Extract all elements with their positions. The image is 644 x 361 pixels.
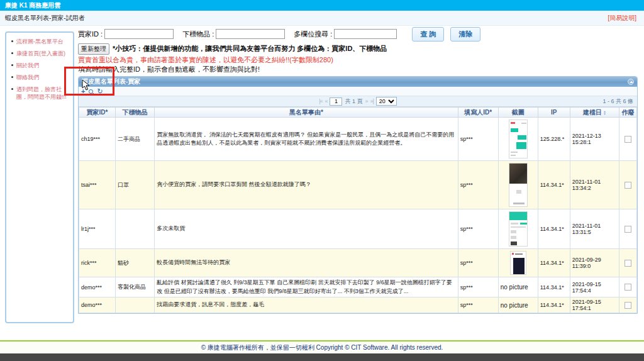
- grid-toolbar: + ↻: [79, 87, 637, 96]
- screenshot-cell: [498, 161, 538, 209]
- app-title-bar: 康捷 K1 商務應用雲: [0, 0, 644, 11]
- void-checkbox[interactable]: [625, 284, 631, 291]
- add-record-icon[interactable]: +: [81, 88, 85, 95]
- reload-grid-icon[interactable]: ↻: [97, 88, 103, 95]
- chat-screenshot-thumbnail[interactable]: [509, 119, 528, 158]
- sidebar-item-label: 遇到問題，臉書社團，問問題不用錢!!!: [16, 86, 70, 101]
- list-screenshot-thumbnail[interactable]: [509, 211, 528, 247]
- screenshot-cell: [498, 118, 538, 161]
- query-button[interactable]: 查 詢: [412, 27, 444, 42]
- sidebar-item-3[interactable]: 聯絡我們: [10, 74, 70, 81]
- buyer-id-cell: ch19***: [79, 118, 116, 161]
- bullet-icon: [11, 64, 13, 66]
- last-page-icon[interactable]: »|: [370, 98, 374, 104]
- page-size-select[interactable]: 20: [376, 97, 397, 106]
- main-content: 買家ID : 下標物品 : 多欄位搜尋 : 查 詢 清除 重新整理 *小技巧：僅…: [78, 28, 639, 314]
- ip-cell: 114.34.1*: [538, 277, 570, 297]
- grid-title: 蝦皮黑名單列表-買家: [82, 77, 140, 86]
- search-icon[interactable]: [89, 89, 93, 94]
- help-link[interactable]: [簡易說明]: [608, 14, 636, 23]
- sidebar-item-4[interactable]: 遇到問題，臉書社團，問問題不用錢!!!: [10, 86, 70, 101]
- bullet-icon: [11, 88, 13, 90]
- tip-line3: 填寫時請輸入完整ID，顯示會自動遮蔽，不影響查詢與比對!: [78, 65, 639, 74]
- writer-id-cell: sp***: [458, 297, 498, 313]
- table-row: demo***找藉由要求退貨，訊息不回，態度差，龜毛sp***no pictur…: [79, 297, 637, 313]
- void-checkbox[interactable]: [625, 302, 631, 309]
- sidebar-item-1[interactable]: 康捷首頁(登入畫面): [10, 50, 70, 57]
- void-cell: [619, 118, 636, 161]
- writer-id-cell: sp***: [458, 209, 498, 249]
- sidebar-item-0[interactable]: 流程圖-黑名單平台: [10, 38, 70, 45]
- prev-page-icon[interactable]: «: [325, 98, 327, 104]
- date-cell: 2021-11-01 13:34:2: [570, 161, 619, 209]
- tip-row: 重新整理 *小技巧：僅提供新增的功能，讓我們共同為友善平台而努力 多欄位為：買家…: [78, 44, 639, 53]
- page-number-input[interactable]: [330, 97, 342, 106]
- sidebar-item-label: 流程圖-黑名單平台: [16, 38, 64, 45]
- reason-cell: 亂給評價 材質討論溝通了很久 到9/3星期五下單 自己來圖檔印刷 當天就安排下去…: [155, 277, 458, 297]
- column-header-6[interactable]: 建檔日▲▼: [570, 108, 619, 118]
- screenshot-cell: [498, 209, 538, 249]
- reason-cell: 找藉由要求退貨，訊息不回，態度差，龜毛: [155, 297, 458, 313]
- ip-cell: 114.34.1*: [538, 249, 570, 277]
- first-page-icon[interactable]: |«: [319, 98, 322, 104]
- multi-search-label: 多欄位搜尋 :: [294, 30, 332, 39]
- column-header-2[interactable]: 黑名單事由*: [155, 108, 458, 118]
- void-cell: [619, 249, 636, 277]
- record-range-label: 1 - 6 共 6 條: [602, 97, 633, 106]
- void-checkbox[interactable]: [625, 182, 631, 189]
- column-header-3[interactable]: 填寫人ID*: [458, 108, 498, 118]
- void-checkbox[interactable]: [625, 226, 631, 233]
- ip-cell: 114.34.1*: [538, 161, 570, 209]
- void-checkbox[interactable]: [625, 260, 631, 267]
- buyer-id-cell: lr1j***: [79, 209, 116, 249]
- column-header-4[interactable]: 截圖: [498, 108, 538, 118]
- sidebar-item-label: 康捷首頁(登入畫面): [16, 50, 65, 57]
- writer-id-cell: sp***: [458, 118, 498, 161]
- multi-search-input[interactable]: [334, 29, 397, 39]
- clear-button[interactable]: 清除: [450, 27, 480, 42]
- item-cell: 客製化商品: [116, 277, 155, 297]
- pager-controls: |« « 共 1 頁 » »| 20: [79, 97, 637, 106]
- column-header-0[interactable]: 買家ID*: [79, 108, 116, 118]
- writer-id-cell: sp***: [458, 249, 498, 277]
- blacklist-grid: 蝦皮黑名單列表-買家 + ↻ |« « 共 1 頁 » »| 20 1 - 6 …: [78, 76, 638, 314]
- item-input[interactable]: [216, 29, 285, 39]
- blacklist-table: 買家ID*下標物品黑名單事由*填寫人ID*截圖IP建檔日▲▼作廢 ch19***…: [79, 107, 637, 313]
- photo-screenshot-thumbnail[interactable]: [509, 163, 528, 207]
- date-cell: 2021-09-15 17:54:1: [570, 297, 619, 313]
- sort-icon[interactable]: ▲▼: [603, 110, 606, 115]
- item-cell: 口罩: [116, 161, 155, 209]
- buyer-id-input[interactable]: [104, 29, 174, 39]
- void-cell: [619, 277, 636, 297]
- reason-cell: 買家無故取消退貨， 消保法的七天鑑賞期在蝦皮有適用嗎？ 但如果賣家是一般民眾，且…: [155, 118, 458, 161]
- sidebar: 流程圖-黑名單平台康捷首頁(登入畫面)關於我們聯絡我們遇到問題，臉書社團，問問題…: [5, 31, 74, 323]
- ip-cell: 114.34.1*: [538, 297, 570, 313]
- table-row: demo***客製化商品亂給評價 材質討論溝通了很久 到9/3星期五下單 自己來…: [79, 277, 637, 297]
- refresh-list-button[interactable]: 重新整理: [78, 43, 109, 55]
- sidebar-item-label: 聯絡我們: [16, 74, 39, 81]
- buyer-id-cell: tsai***: [79, 161, 116, 209]
- next-page-icon[interactable]: »: [365, 98, 368, 104]
- tip-line1: *小技巧：僅提供新增的功能，讓我們共同為友善平台而努力 多欄位為：買家ID、下標…: [113, 44, 387, 53]
- table-row: lr1j***多次未取貨sp***114.34.1*2021-11-01 13:…: [79, 209, 637, 249]
- item-label: 下標物品 :: [182, 30, 214, 39]
- no-picture-label: no picture: [498, 277, 538, 297]
- writer-id-cell: sp***: [458, 161, 498, 209]
- column-header-7[interactable]: 作廢: [619, 108, 636, 118]
- bullet-icon: [11, 76, 13, 78]
- collapse-grid-icon[interactable]: [628, 79, 634, 85]
- buyer-id-cell: demo***: [79, 277, 116, 297]
- column-header-5[interactable]: IP: [538, 108, 570, 118]
- footer: © 康捷電腦著作權所有，並保留一切權利 Copyright © CIT Soft…: [0, 340, 644, 353]
- void-cell: [619, 209, 636, 249]
- date-cell: 2021-12-13 15:28:1: [570, 118, 619, 161]
- table-row: tsai***口罩貪小便宜的買家，請問要求口罩剪開 然後全額退款就賺了嗎？sp*…: [79, 161, 637, 209]
- sidebar-item-2[interactable]: 關於我們: [10, 62, 70, 69]
- reason-cell: 多次未取貨: [155, 209, 458, 249]
- void-checkbox[interactable]: [625, 136, 631, 143]
- bottom-strip: [0, 353, 644, 361]
- item-cell: 貓砂: [116, 249, 155, 277]
- product-screenshot-thumbnail[interactable]: [510, 251, 526, 275]
- page-total-label: 共 1 頁: [345, 97, 362, 106]
- column-header-1[interactable]: 下標物品: [116, 108, 155, 118]
